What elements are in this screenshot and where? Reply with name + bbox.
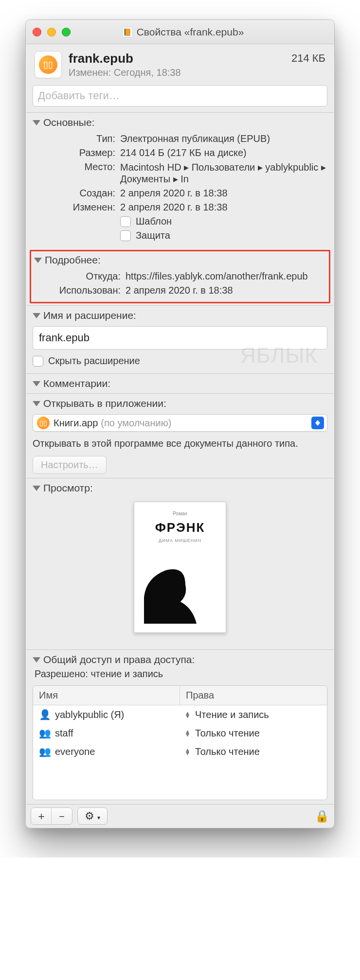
locked-checkbox[interactable] — [120, 230, 131, 241]
kv-where: Macintosh HD ▸ Пользователи ▸ yablykpubl… — [120, 161, 327, 185]
sharing-footer: ＋ － ⚙︎ ▾ 🔒 — [26, 804, 334, 828]
section-sharing: Общий доступ и права доступа: Разрешено:… — [26, 649, 334, 804]
preview-thumbnail: Роман ФРЭНК ДИМА МИШЕНИН — [33, 494, 327, 646]
minimize-button[interactable] — [47, 28, 56, 36]
stepper-icon[interactable]: ▴▾ — [186, 730, 189, 736]
title-icon: 📙 — [122, 27, 133, 37]
stationery-row[interactable]: Шаблон — [120, 216, 327, 227]
section-comments-header[interactable]: Комментарии: — [33, 378, 327, 389]
open-with-select[interactable]: ▯▯ Книги.app (по умолчанию) — [33, 414, 327, 432]
permissions-table: Имя Права 👤yablykpublic (Я) ▴▾Чтение и з… — [33, 685, 327, 800]
kv-size: 214 014 Б (217 КБ на диске) — [120, 147, 327, 158]
disclosure-triangle-icon — [33, 486, 40, 491]
section-more-header[interactable]: Подробнее: — [34, 254, 326, 266]
more-kv: Откуда: https://files.yablyk.com/another… — [34, 271, 326, 296]
kv-last-opened: 2 апреля 2020 г. в 18:38 — [126, 285, 326, 296]
kv-where-from: https://files.yablyk.com/another/frank.e… — [126, 271, 326, 282]
file-modified: Изменен: Сегодня, 18:38 — [69, 67, 181, 78]
file-icon: ▯▯ — [35, 51, 62, 78]
remove-user-button[interactable]: － — [52, 808, 72, 824]
section-comments: Комментарии: — [26, 373, 334, 393]
hide-ext-row[interactable]: Скрыть расширение ЯБЛЫК — [33, 355, 327, 367]
kv-created: 2 апреля 2020 г. в 18:38 — [120, 188, 327, 199]
open-with-note: Открывать в этой программе все документы… — [33, 437, 327, 450]
section-open-with-header[interactable]: Открывать в приложении: — [33, 398, 327, 409]
app-icon: ▯▯ — [37, 417, 50, 429]
disclosure-triangle-icon — [33, 657, 40, 663]
section-preview-header[interactable]: Просмотр: — [33, 482, 327, 494]
section-sharing-header[interactable]: Общий доступ и права доступа: — [33, 654, 327, 665]
action-menu-button[interactable]: ⚙︎ ▾ — [78, 808, 107, 824]
action-segment: ⚙︎ ▾ — [77, 807, 108, 825]
hide-ext-checkbox[interactable] — [33, 356, 43, 367]
disclosure-triangle-icon — [33, 381, 40, 386]
change-all-button[interactable]: Настроить… — [33, 456, 107, 474]
section-general: Основные: Тип: Электронная публикация (E… — [26, 112, 334, 248]
section-name-ext: Имя и расширение: Скрыть расширение ЯБЛЫ… — [26, 305, 334, 373]
window-title: 📙 Свойства «frank.epub» — [75, 26, 290, 38]
locked-row[interactable]: Защита — [120, 230, 327, 241]
kv-type: Электронная публикация (EPUB) — [120, 133, 327, 144]
file-size: 214 КБ — [291, 51, 325, 65]
disclosure-triangle-icon — [33, 120, 40, 125]
tags-input[interactable]: Добавить теги… — [33, 85, 327, 106]
general-kv: Тип: Электронная публикация (EPUB) Разме… — [33, 133, 327, 213]
info-window: 📙 Свойства «frank.epub» ▯▯ frank.epub Из… — [25, 19, 335, 828]
zoom-button[interactable] — [62, 28, 71, 36]
section-general-header[interactable]: Основные: — [33, 117, 327, 128]
add-remove-segment: ＋ － — [31, 807, 72, 825]
stepper-icon[interactable]: ▴▾ — [186, 748, 189, 755]
stepper-icon[interactable]: ▴▾ — [186, 711, 189, 718]
table-row[interactable]: 👥everyone ▴▾Только чтение — [33, 742, 327, 761]
disclosure-triangle-icon — [33, 401, 40, 406]
section-preview: Просмотр: Роман ФРЭНК ДИМА МИШЕНИН — [26, 478, 334, 649]
disclosure-triangle-icon — [33, 313, 40, 318]
filename-input[interactable] — [33, 326, 327, 350]
select-stepper-icon — [311, 417, 324, 429]
book-icon: ▯▯ — [39, 55, 57, 74]
section-more-highlight: Подробнее: Откуда: https://files.yablyk.… — [30, 250, 330, 303]
table-row[interactable]: 👥staff ▴▾Только чтение — [33, 724, 327, 742]
silhouette-icon — [139, 551, 221, 624]
file-header: ▯▯ frank.epub Изменен: Сегодня, 18:38 21… — [26, 44, 334, 83]
sharing-summary: Разрешено: чтение и запись — [35, 668, 327, 680]
titlebar: 📙 Свойства «frank.epub» — [26, 20, 334, 44]
group-icon: 👥 — [39, 727, 51, 739]
section-open-with: Открывать в приложении: ▯▯ Книги.app (по… — [26, 393, 334, 478]
col-name: Имя — [33, 686, 180, 705]
kv-modified: 2 апреля 2020 г. в 18:38 — [120, 202, 327, 213]
book-cover: Роман ФРЭНК ДИМА МИШЕНИН — [134, 502, 226, 633]
lock-icon[interactable]: 🔒 — [315, 809, 329, 823]
window-title-text: Свойства «frank.epub» — [137, 26, 244, 38]
window-controls — [33, 28, 71, 36]
stationery-checkbox[interactable] — [120, 216, 131, 227]
disclosure-triangle-icon — [34, 258, 42, 263]
close-button[interactable] — [33, 28, 41, 36]
table-row[interactable]: 👤yablykpublic (Я) ▴▾Чтение и запись — [33, 705, 327, 724]
user-icon: 👤 — [39, 709, 51, 720]
file-name: frank.epub — [69, 51, 181, 66]
section-name-ext-header[interactable]: Имя и расширение: — [33, 310, 327, 321]
col-perm: Права — [180, 686, 327, 705]
group-icon: 👥 — [39, 746, 51, 757]
add-user-button[interactable]: ＋ — [31, 808, 52, 824]
